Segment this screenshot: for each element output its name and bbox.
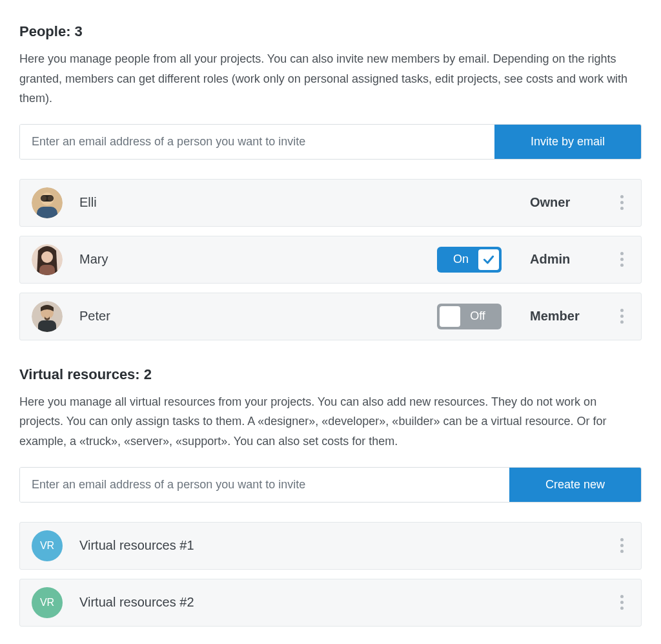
people-section: People: 3 Here you manage people from al…	[19, 23, 642, 340]
avatar	[32, 187, 63, 218]
admin-toggle[interactable]: Off	[437, 304, 502, 329]
invite-input-row: Invite by email	[19, 124, 642, 160]
svg-rect-14	[38, 320, 56, 332]
member-name: Mary	[79, 252, 437, 267]
virtual-description: Here you manage all virtual resources fr…	[19, 392, 639, 452]
people-title: People: 3	[19, 23, 642, 40]
svg-point-9	[41, 251, 53, 263]
virtual-resources-section: Virtual resources: 2 Here you manage all…	[19, 366, 642, 627]
member-name: Elli	[79, 195, 530, 210]
invite-by-email-button[interactable]: Invite by email	[494, 125, 641, 159]
virtual-resource-row: VR Virtual resources #2	[19, 579, 642, 627]
create-new-button[interactable]: Create new	[509, 468, 641, 502]
admin-toggle[interactable]: On	[437, 247, 502, 273]
svg-rect-3	[37, 207, 57, 218]
toggle-knob	[478, 249, 499, 270]
virtual-resource-row: VR Virtual resources #1	[19, 522, 642, 570]
people-description: Here you manage people from all your pro…	[19, 49, 639, 109]
invite-email-input[interactable]	[20, 125, 494, 159]
virtual-title: Virtual resources: 2	[19, 366, 642, 383]
member-role: Owner	[530, 195, 601, 210]
virtual-resource-name: Virtual resources #1	[79, 538, 614, 553]
vr-badge-icon: VR	[32, 587, 63, 618]
vr-badge-icon: VR	[32, 530, 63, 561]
member-role: Member	[530, 309, 601, 324]
toggle-on-label: On	[440, 253, 478, 266]
check-icon	[482, 253, 495, 266]
toggle-knob	[440, 306, 460, 327]
member-role: Admin	[530, 252, 601, 267]
resource-name-input[interactable]	[20, 468, 509, 502]
svg-rect-10	[39, 265, 55, 275]
more-menu-icon[interactable]	[614, 595, 629, 610]
avatar	[32, 244, 63, 275]
more-menu-icon[interactable]	[614, 195, 629, 210]
avatar	[32, 301, 63, 332]
virtual-resource-name: Virtual resources #2	[79, 595, 614, 610]
member-row: Peter Off Member	[19, 293, 642, 340]
toggle-off-label: Off	[460, 309, 499, 323]
svg-point-6	[48, 196, 53, 201]
create-resource-input-row: Create new	[19, 467, 642, 503]
svg-point-5	[41, 196, 46, 201]
member-row: Mary On Admin	[19, 236, 642, 284]
more-menu-icon[interactable]	[614, 252, 629, 267]
member-row: Elli Owner	[19, 179, 642, 227]
more-menu-icon[interactable]	[614, 538, 629, 553]
more-menu-icon[interactable]	[614, 309, 629, 324]
member-name: Peter	[79, 309, 437, 324]
